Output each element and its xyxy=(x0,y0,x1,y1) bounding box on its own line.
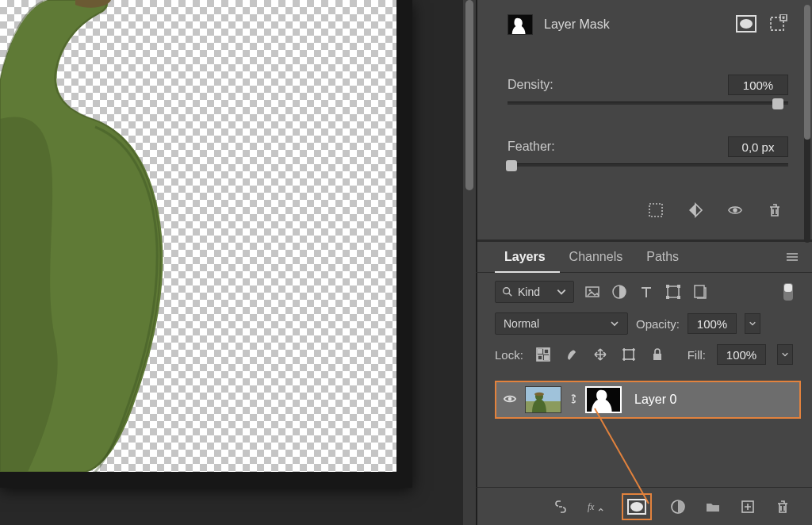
filter-toggle[interactable] xyxy=(783,283,793,301)
svg-point-4 xyxy=(733,208,737,212)
properties-panel: Layer Mask Density: 100% Feather: 0,0 px xyxy=(476,0,812,240)
vector-mask-icon[interactable] xyxy=(769,14,788,33)
density-slider-thumb[interactable] xyxy=(772,98,783,109)
filter-shape-icon[interactable] xyxy=(665,283,682,301)
filter-kind-label: Kind xyxy=(518,285,540,298)
svg-rect-9 xyxy=(668,286,679,297)
invert-mask-icon[interactable] xyxy=(687,201,704,219)
filter-pixel-icon[interactable] xyxy=(584,283,601,301)
tab-channels[interactable]: Channels xyxy=(560,242,638,272)
blend-mode-dropdown[interactable]: Normal xyxy=(495,312,628,335)
filter-type-icon[interactable] xyxy=(638,283,655,301)
adjustment-layer-icon[interactable] xyxy=(669,498,687,515)
svg-rect-10 xyxy=(666,285,669,288)
canvas-area xyxy=(0,0,476,525)
tab-layers[interactable]: Layers xyxy=(495,242,560,272)
delete-layer-icon[interactable] xyxy=(774,498,791,515)
svg-rect-17 xyxy=(538,355,542,360)
fill-dropdown-button[interactable] xyxy=(777,344,793,365)
scrollbar-thumb[interactable] xyxy=(465,0,473,190)
chevron-down-icon xyxy=(610,319,619,328)
svg-rect-21 xyxy=(653,354,661,360)
select-mask-area-icon[interactable] xyxy=(647,201,665,219)
subject-image xyxy=(0,0,190,472)
pixel-mask-icon[interactable] xyxy=(736,15,756,33)
lock-artboard-icon[interactable] xyxy=(620,346,638,363)
delete-mask-icon[interactable] xyxy=(766,201,783,219)
filter-adjustment-icon[interactable] xyxy=(611,283,628,301)
density-label: Density: xyxy=(508,78,553,92)
svg-rect-18 xyxy=(544,355,549,360)
canvas-scrollbar[interactable] xyxy=(463,0,476,525)
fill-input[interactable]: 100% xyxy=(717,344,766,365)
blend-mode-value: Normal xyxy=(504,317,539,330)
lock-transparency-icon[interactable] xyxy=(534,346,552,363)
svg-rect-11 xyxy=(677,285,680,288)
lock-position-icon[interactable] xyxy=(592,346,609,363)
chevron-down-icon xyxy=(556,286,567,297)
filter-smartobject-icon[interactable] xyxy=(691,283,709,301)
svg-rect-13 xyxy=(677,296,680,299)
svg-rect-3 xyxy=(649,204,662,217)
svg-rect-0 xyxy=(771,17,783,30)
fx-icon[interactable]: fx xyxy=(587,498,604,515)
feather-input[interactable]: 0,0 px xyxy=(728,136,788,157)
svg-text:fx: fx xyxy=(588,502,595,512)
tab-paths[interactable]: Paths xyxy=(637,242,693,272)
svg-rect-12 xyxy=(666,296,669,299)
layers-panel: Layers Channels Paths Kind xyxy=(476,242,812,525)
link-layers-icon[interactable] xyxy=(552,498,569,515)
opacity-label: Opacity: xyxy=(636,317,680,331)
panel-menu-icon[interactable] xyxy=(783,248,801,266)
add-mask-button[interactable] xyxy=(622,493,652,520)
group-icon[interactable] xyxy=(704,498,722,515)
svg-rect-2 xyxy=(783,17,785,19)
feather-label: Feather: xyxy=(508,140,555,154)
lock-label: Lock: xyxy=(495,348,523,362)
properties-title: Layer Mask xyxy=(544,17,610,32)
layer-thumbnail[interactable] xyxy=(525,386,561,413)
opacity-input[interactable]: 100% xyxy=(688,313,737,334)
filter-kind-dropdown[interactable]: Kind xyxy=(495,281,574,303)
transparent-background xyxy=(0,0,396,472)
svg-rect-15 xyxy=(538,349,542,354)
fill-label: Fill: xyxy=(688,348,706,362)
svg-point-23 xyxy=(534,393,544,396)
layers-bottom-bar: fx xyxy=(476,487,812,525)
mask-thumbnail-icon xyxy=(508,14,533,35)
lock-pixels-icon[interactable] xyxy=(563,346,580,363)
document-window[interactable] xyxy=(0,0,412,488)
svg-rect-14 xyxy=(695,285,704,297)
svg-rect-20 xyxy=(624,350,634,359)
feather-slider[interactable] xyxy=(508,163,788,167)
search-icon xyxy=(502,286,513,297)
visibility-eye-icon[interactable] xyxy=(503,392,519,408)
svg-point-7 xyxy=(589,289,592,292)
layer-row[interactable]: Layer 0 xyxy=(495,381,801,419)
opacity-dropdown-button[interactable] xyxy=(745,313,760,334)
svg-rect-16 xyxy=(544,349,549,354)
density-input[interactable]: 100% xyxy=(728,75,788,95)
feather-slider-thumb[interactable] xyxy=(506,160,517,171)
svg-point-5 xyxy=(504,288,510,294)
new-layer-icon[interactable] xyxy=(739,498,756,515)
layer-mask-thumbnail[interactable] xyxy=(585,386,622,413)
svg-point-22 xyxy=(508,397,512,400)
layer-name[interactable]: Layer 0 xyxy=(634,393,676,407)
density-slider[interactable] xyxy=(508,102,788,105)
toggle-mask-visibility-icon[interactable] xyxy=(726,201,744,219)
link-icon[interactable] xyxy=(568,391,579,409)
lock-all-icon[interactable] xyxy=(649,346,666,363)
